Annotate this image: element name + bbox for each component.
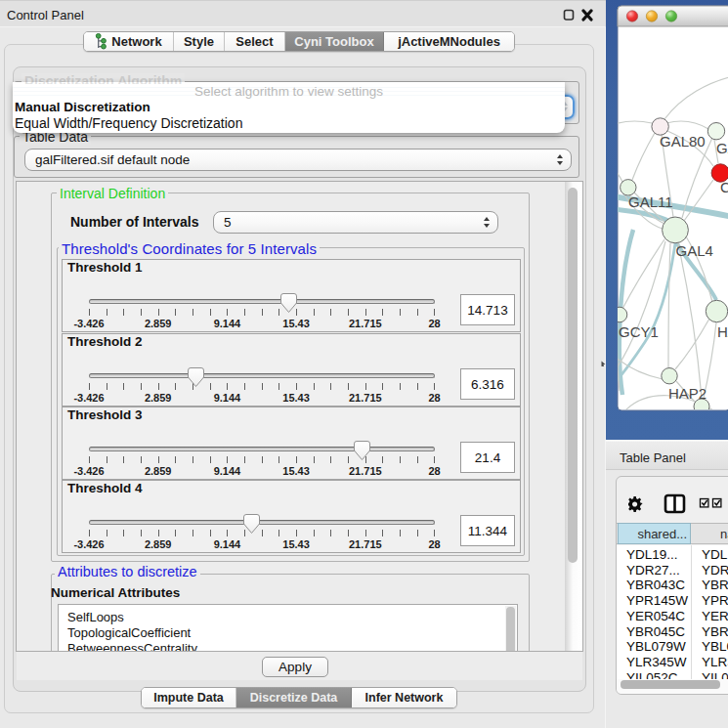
svg-text:HAP2: HAP2	[668, 385, 707, 402]
svg-text:GCY1: GCY1	[619, 323, 659, 340]
svg-text:GA: GA	[716, 140, 728, 156]
svg-text:GAL4: GAL4	[676, 242, 713, 259]
svg-text:GAL80: GAL80	[660, 133, 706, 150]
svg-text:HA: HA	[717, 323, 728, 340]
svg-text:CA: CA	[720, 179, 728, 195]
svg-text:GAL11: GAL11	[628, 193, 673, 210]
